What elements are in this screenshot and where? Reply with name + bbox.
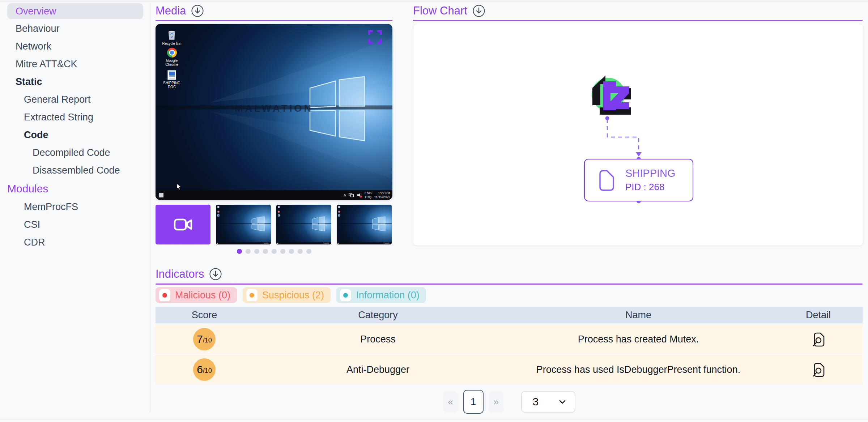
- sidebar-item-overview[interactable]: Overview: [7, 3, 143, 19]
- speaker-muted-icon: [357, 193, 362, 198]
- process-node-shipping[interactable]: SHIPPING PID : 268: [584, 159, 693, 201]
- tray-language[interactable]: ENG TRQ: [365, 191, 372, 199]
- media-underline: [156, 20, 392, 21]
- sidebar-item-decompiled-code[interactable]: Decompiled Code: [0, 144, 150, 162]
- sidebar-item-disassembled-code[interactable]: Disassembled Code: [0, 162, 150, 179]
- sandbox-report-page: OverviewBehaviourNetworkMitre ATT&CKStat…: [0, 0, 868, 422]
- sidebar-item-static[interactable]: Static: [0, 73, 150, 91]
- flow-chart-underline: [413, 20, 863, 21]
- sidebar-item-network[interactable]: Network: [0, 38, 150, 55]
- report-sidebar: OverviewBehaviourNetworkMitre ATT&CKStat…: [0, 2, 150, 412]
- indicator-row: 7 /10 Process Process has created Mutex.: [156, 325, 863, 354]
- mouse-cursor: [176, 184, 182, 190]
- sidebar-item-behaviour[interactable]: Behaviour: [0, 20, 150, 38]
- tray-clock[interactable]: 1:22 PM 11/15/2022: [374, 191, 390, 199]
- fullscreen-icon[interactable]: [368, 30, 382, 44]
- carousel-dot-2[interactable]: [246, 249, 251, 254]
- carousel-dot-6[interactable]: [280, 249, 285, 254]
- indicator-category: Anti-Debugger: [253, 364, 503, 375]
- sidebar-item-code[interactable]: Code: [0, 126, 150, 144]
- badge-dot: [162, 293, 167, 298]
- flow-connector: [413, 24, 863, 246]
- media-thumbnail-video[interactable]: [156, 205, 210, 244]
- indicator-detail-button[interactable]: [774, 361, 863, 378]
- carousel-dot-3[interactable]: [254, 249, 259, 254]
- node-name: SHIPPING: [625, 167, 676, 179]
- indicators-table-body: 7 /10 Process Process has created Mutex.…: [156, 325, 863, 384]
- carousel-dot-7[interactable]: [289, 249, 294, 254]
- indicator-category: Process: [253, 334, 503, 345]
- carousel-dot-1[interactable]: [237, 249, 242, 254]
- indicators-underline: [156, 284, 863, 285]
- sidebar-item-memprocfs[interactable]: MemProcFS: [0, 198, 150, 216]
- windows-start-button[interactable]: [159, 193, 163, 197]
- page-size-select[interactable]: 3: [521, 391, 575, 413]
- column-header-name: Name: [503, 310, 774, 321]
- badge-dot-box: [159, 289, 170, 301]
- indicator-name: Process has created Mutex.: [503, 334, 774, 345]
- detail-magnifier-doc-icon: [812, 361, 825, 378]
- indicator-detail-button[interactable]: [774, 331, 863, 348]
- media-thumbnail-screenshot[interactable]: [216, 205, 271, 244]
- indicators-download-icon[interactable]: [209, 268, 222, 281]
- severity-badge-information-0[interactable]: Information (0): [336, 287, 426, 303]
- pagination-next-button[interactable]: »: [489, 392, 504, 412]
- desktop-thumbnail-image: [276, 205, 331, 244]
- chrome-icon: [167, 48, 177, 57]
- indicator-name: Process has used IsDebuggerPresent funct…: [503, 364, 774, 375]
- sidebar-item-general-report[interactable]: General Report: [0, 91, 150, 108]
- flow-chart-download-icon[interactable]: [472, 4, 485, 17]
- desktop-icon-shipping-doc[interactable]: SHIPPING DOC: [161, 70, 183, 89]
- indicator-severity-filters: Malicious (0) Suspicious (2) Information…: [156, 287, 426, 303]
- carousel-dot-9[interactable]: [306, 249, 311, 254]
- desktop-icon-recycle-bin[interactable]: Recycle Bin: [161, 30, 183, 46]
- sidebar-item-modules[interactable]: Modules: [0, 179, 150, 198]
- indicators-pagination: « 1 » 3: [156, 390, 863, 414]
- sidebar-item-csi[interactable]: CSI: [0, 216, 150, 234]
- file-icon: [597, 168, 616, 192]
- badge-dot: [250, 293, 254, 298]
- detail-magnifier-doc-icon: [812, 331, 825, 348]
- column-header-score: Score: [156, 310, 253, 321]
- carousel-dot-5[interactable]: [272, 249, 277, 254]
- media-thumbnail-screenshot[interactable]: [337, 205, 392, 244]
- score-badge: 7 /10: [193, 328, 216, 350]
- flow-chart-canvas[interactable]: SHIPPING PID : 268: [413, 24, 863, 246]
- severity-badge-suspicious-2[interactable]: Suspicious (2): [243, 287, 331, 303]
- tray-chevron-up-icon[interactable]: ^: [344, 194, 346, 198]
- chevron-down-icon: [558, 397, 567, 406]
- desktop-icon-google-chrome[interactable]: Google Chrome: [161, 48, 183, 67]
- sandbox-watermark: MALWATION: [156, 103, 392, 114]
- badge-dot-box: [340, 289, 351, 301]
- badge-label: Suspicious (2): [262, 290, 324, 301]
- media-thumbnail-strip: [156, 205, 392, 244]
- badge-dot-box: [246, 289, 258, 301]
- indicators-table-header: ScoreCategoryNameDetail: [156, 307, 863, 323]
- recycle-bin-icon: [167, 30, 176, 41]
- desktop-thumbnail-image: [216, 205, 271, 244]
- carousel-dots: [156, 249, 392, 254]
- carousel-dot-8[interactable]: [298, 249, 303, 254]
- indicator-row: 6 /10 Anti-Debugger Process has used IsD…: [156, 355, 863, 384]
- sidebar-item-extracted-string[interactable]: Extracted String: [0, 108, 150, 126]
- document-icon: [167, 70, 176, 80]
- sidebar-item-cdr[interactable]: CDR: [0, 234, 150, 251]
- pagination-prev-button[interactable]: «: [443, 392, 458, 412]
- indicators-title: Indicators: [156, 268, 204, 281]
- badge-label: Information (0): [356, 290, 420, 301]
- flow-chart-section-header: Flow Chart: [413, 4, 485, 17]
- score-badge: 6 /10: [193, 358, 216, 381]
- sidebar-item-mitre-att-ck[interactable]: Mitre ATT&CK: [0, 55, 150, 73]
- media-thumbnail-screenshot[interactable]: [276, 205, 331, 244]
- system-tray: ^ ENG TRQ 1:22 PM 11/15/2022: [344, 190, 391, 200]
- desktop-thumbnail-image: [337, 205, 392, 244]
- pagination-page-1[interactable]: 1: [463, 390, 484, 414]
- bottom-divider: [0, 419, 868, 419]
- video-camera-icon: [173, 217, 193, 232]
- severity-badge-malicious-0[interactable]: Malicious (0): [156, 287, 237, 303]
- media-screenshot-viewer[interactable]: MALWATION Recycle Bin Google Chrome SHIP…: [156, 24, 392, 200]
- carousel-dot-4[interactable]: [263, 249, 268, 254]
- column-header-category: Category: [253, 310, 503, 321]
- media-download-icon[interactable]: [191, 4, 204, 17]
- indicators-section-header: Indicators: [156, 268, 222, 281]
